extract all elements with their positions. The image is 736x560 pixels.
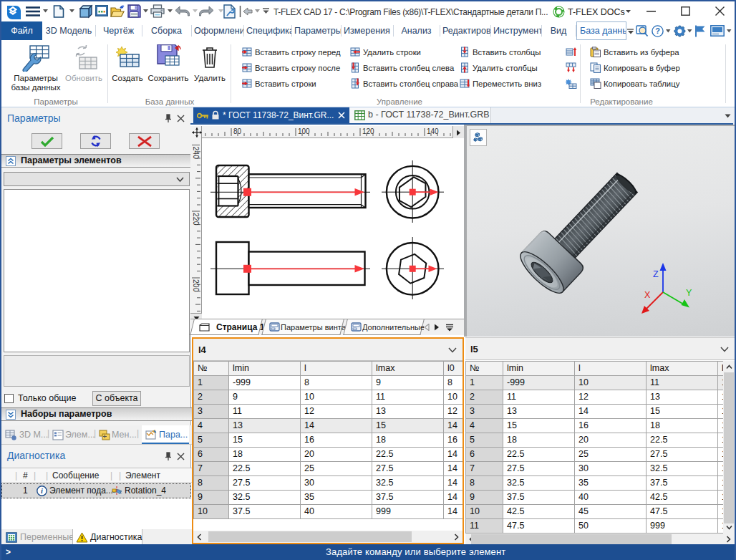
svg-text:Z: Z xyxy=(653,269,659,279)
svg-text:i: i xyxy=(41,487,43,495)
svg-text:Y: Y xyxy=(686,288,692,298)
svg-text:200: 200 xyxy=(192,279,200,292)
svg-text:220: 220 xyxy=(192,213,200,226)
svg-text:240: 240 xyxy=(192,147,200,160)
svg-text:X: X xyxy=(644,290,651,300)
svg-text:?: ? xyxy=(655,26,660,35)
